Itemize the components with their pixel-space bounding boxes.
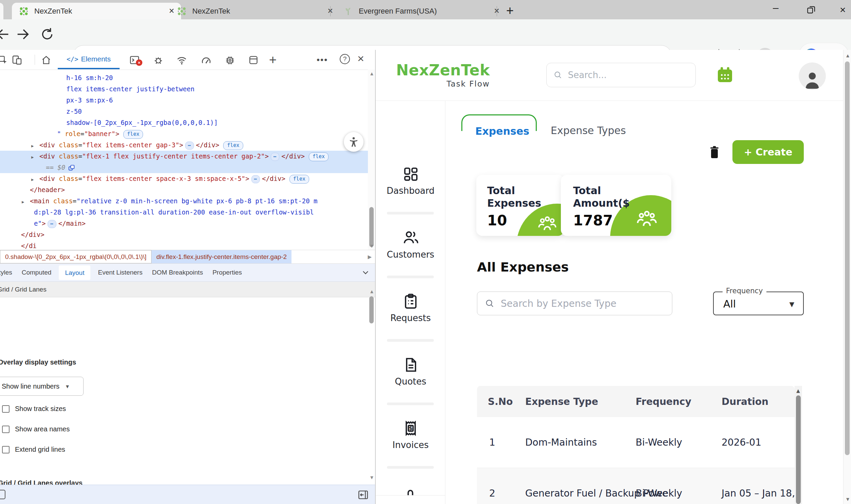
window-close-button[interactable]: × (840, 4, 846, 16)
dom-tree-node[interactable]: h-16 sm:h-20 (0, 72, 368, 84)
tab-layout[interactable]: Layout (59, 265, 90, 280)
tab-computed[interactable]: Computed (17, 269, 56, 276)
line-numbers-dropdown[interactable]: Show line numbers ▼ (0, 377, 84, 396)
app-logo[interactable]: NexZenTek Task Flow (396, 61, 490, 88)
sidebar-label: Customers (387, 250, 434, 259)
dom-tree-node[interactable]: shadow-[0_2px_6px_-1px_rgba(0,0,0,0.1)] (0, 117, 368, 128)
dom-tree-node[interactable]: ▶<main class="relative z-0 min-h-screen … (0, 196, 368, 207)
user-avatar[interactable] (799, 62, 826, 90)
tab-expense-types[interactable]: Expense Types (551, 125, 626, 137)
breadcrumb-item[interactable]: 0.shadow-\[0_2px_6px_-1px_rgba\(0\,0\,0\… (0, 250, 152, 263)
tab-event-listeners[interactable]: Event Listeners (93, 269, 147, 276)
scroll-up-icon[interactable]: ▲ (369, 289, 375, 294)
window-restore-button[interactable] (806, 4, 817, 15)
dom-tree-node[interactable]: ▶<div class="flex-1 flex justify-center … (0, 151, 368, 162)
show-track-sizes-checkbox[interactable] (2, 405, 10, 413)
card-value: 10 (487, 212, 507, 229)
device-toolbar-icon[interactable] (12, 55, 22, 66)
dock-side-icon[interactable] (358, 489, 369, 501)
scroll-down-icon[interactable]: ▼ (369, 475, 375, 480)
create-button[interactable]: + Create (732, 140, 804, 164)
home-icon[interactable] (41, 55, 52, 66)
elements-dom-tree[interactable]: h-16 sm:h-20flex items-center justify-be… (0, 70, 368, 250)
sidebar-item-invoices[interactable]: $ Invoices (376, 419, 445, 450)
sidebar-item-quotes[interactable]: Quotes (376, 356, 445, 386)
partial-tab[interactable] (0, 3, 3, 19)
sidebar-item-requests[interactable]: Requests (376, 292, 445, 323)
app-viewport: NexZenTek Task Flow (376, 50, 851, 504)
scrollbar-thumb[interactable] (845, 61, 850, 455)
table-row[interactable]: 1 Dom-Maintains Bi-Weekly 2026-01 (477, 417, 795, 468)
show-area-names-checkbox[interactable] (2, 426, 10, 433)
scroll-down-icon[interactable]: ▼ (845, 496, 850, 502)
tab-expenses[interactable]: Expenses (475, 125, 529, 137)
table-header-row: S.No Expense Type Frequency Duration (477, 386, 795, 417)
refresh-icon[interactable] (39, 26, 55, 42)
new-tab-button[interactable]: + (506, 3, 514, 18)
scrollbar-thumb[interactable] (369, 296, 374, 323)
forward-icon[interactable] (15, 26, 31, 42)
back-icon[interactable] (0, 26, 11, 42)
dom-tree-node[interactable]: " role="banner">flex (0, 128, 368, 140)
extend-grid-lines-checkbox[interactable] (2, 446, 10, 453)
dom-tree-node[interactable]: == $0 (0, 162, 368, 173)
inspect-element-icon[interactable] (0, 55, 8, 65)
scroll-up-icon[interactable]: ▲ (796, 388, 800, 393)
dom-tree-node[interactable]: d:pl-28 lg:pl-36 transition-all duration… (0, 207, 368, 218)
elements-scrollbar[interactable]: ▲ ▼ (368, 70, 375, 250)
breadcrumb-expand-icon[interactable]: ▶ (368, 250, 375, 263)
devtools-more-icon[interactable]: ••• (317, 55, 328, 65)
frequency-label: Frequency (723, 287, 766, 295)
page-scrollbar[interactable]: ▲ ▼ (843, 50, 851, 504)
dom-tree-node[interactable]: z-50 (0, 106, 368, 117)
devtools-close-icon[interactable]: × (358, 52, 364, 65)
scroll-up-icon[interactable]: ▲ (369, 71, 375, 76)
breadcrumb-item-selected[interactable]: div.flex-1.flex.justify-center.items-cen… (152, 250, 292, 263)
statusbar-partial-icon[interactable] (0, 490, 5, 499)
partial-briefcase-icon[interactable] (402, 483, 419, 497)
sidebar-item-dashboard[interactable]: Dashboard (376, 165, 445, 196)
grid-section-header[interactable]: Grid / Grid Lanes (0, 282, 375, 297)
tab-dom-breakpoints[interactable]: DOM Breakpoints (147, 269, 208, 276)
devtools-help-icon[interactable]: ? (340, 54, 350, 64)
dom-tree-node[interactable]: flex items-center justify-between (0, 84, 368, 95)
window-minimize-button[interactable]: – (773, 2, 779, 14)
delete-trash-icon[interactable] (709, 145, 720, 160)
accessibility-overlay-icon[interactable] (344, 132, 364, 152)
scroll-down-icon[interactable]: ▼ (369, 244, 375, 249)
expense-search[interactable] (477, 291, 672, 315)
table-scrollbar[interactable]: ▲ (795, 386, 802, 504)
scrollbar-thumb[interactable] (369, 207, 374, 247)
sidebar-divider (387, 275, 434, 278)
browser-tab-1[interactable]: NexZenTek × (12, 3, 181, 19)
dom-tree-node[interactable]: </div> (0, 229, 368, 240)
network-conditions-icon[interactable] (176, 55, 188, 66)
memory-chip-icon[interactable] (224, 55, 236, 66)
calendar-icon[interactable] (715, 66, 734, 85)
dom-tree-node[interactable]: </di (0, 240, 368, 250)
dom-tree-node[interactable]: e">⋯</main> (0, 218, 368, 229)
scroll-up-icon[interactable]: ▲ (845, 53, 850, 58)
browser-tab-2[interactable]: NexZenTek × (170, 3, 340, 19)
flex-badge: flex (223, 141, 243, 150)
global-search-input[interactable] (567, 70, 689, 80)
more-tools-plus-icon[interactable]: + (269, 53, 277, 67)
issues-bug-icon[interactable] (153, 55, 164, 66)
chevron-down-icon[interactable] (361, 268, 370, 277)
scrollbar-thumb[interactable] (796, 395, 801, 504)
dom-tree-node[interactable]: ▶<div class="flex items-center space-x-3… (0, 173, 368, 184)
dom-tree-node[interactable]: ▶<div class="flex items-center gap-3">⋯<… (0, 140, 368, 151)
browser-tab-3[interactable]: Evergreen Farms(USA) × (336, 3, 506, 19)
sidebar-item-customers[interactable]: Customers (376, 229, 445, 259)
expense-search-input[interactable] (500, 298, 664, 309)
tab-styles[interactable]: Styles (0, 269, 17, 276)
global-search[interactable] (546, 63, 696, 87)
dom-tree-node[interactable]: px-3 sm:px-6 (0, 95, 368, 106)
table-row[interactable]: 2 Generator Fuel / Backup Powe Bi-Weekly… (477, 468, 795, 504)
application-storage-icon[interactable] (248, 55, 259, 66)
tab-properties[interactable]: Properties (208, 269, 247, 276)
devtools-tab-elements[interactable]: </> Elements (58, 50, 120, 69)
dom-tree-node[interactable]: </header> (0, 184, 368, 196)
performance-gauge-icon[interactable] (201, 55, 212, 66)
frequency-select[interactable]: Frequency All ▼ (713, 291, 804, 315)
